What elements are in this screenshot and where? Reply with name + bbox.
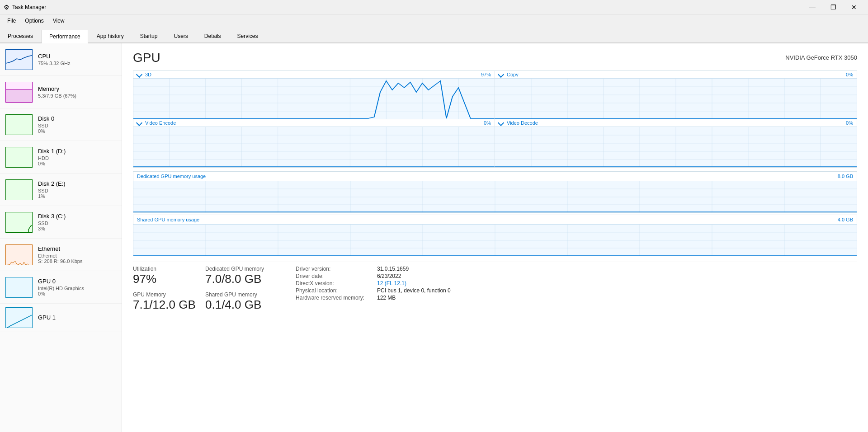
tab-startup[interactable]: Startup [132,29,165,42]
disk3-type: SSD [38,221,116,226]
title-bar: ⚙ Task Manager — ❐ ✕ [0,0,868,14]
physical-label: Physical location: [296,287,377,294]
menu-options[interactable]: Options [21,17,47,25]
cpu-name: CPU [38,53,116,60]
gpu0-thumbnail [5,277,33,298]
disk2-thumbnail [5,179,33,200]
sidebar-item-ethernet[interactable]: Ethernet Ethernet S: 208 R: 96.0 Kbps [0,239,122,271]
chart-3d-header: 3D 97% [133,71,495,78]
chart-3d-container [133,78,495,119]
gpu0-name: GPU 0 [38,278,116,285]
dedicated-memory-section: Dedicated GPU memory usage 8.0 GB [133,171,857,213]
ethernet-info: Ethernet Ethernet S: 208 R: 96.0 Kbps [38,245,116,264]
svg-rect-0 [6,89,33,103]
sidebar-item-disk2[interactable]: Disk 2 (E:) SSD 1% [0,174,122,206]
chart-copy-section: Copy 0% [495,71,857,119]
dedicated-label: Dedicated GPU memory [205,266,296,272]
shared-memory-svg [133,225,857,256]
disk3-info: Disk 3 (C:) SSD 3% [38,213,116,231]
tab-services[interactable]: Services [230,29,266,42]
driver-date-label: Driver date: [296,273,377,279]
gpu1-name: GPU 1 [38,314,116,321]
gpu-model-label: NVIDIA GeForce RTX 3050 [785,51,857,61]
gpu0-model: Intel(R) HD Graphics [38,286,116,291]
sidebar-item-disk3[interactable]: Disk 3 (C:) SSD 3% [0,206,122,239]
sidebar-scroll[interactable]: CPU 75% 3.32 GHz Memory 5.3/7.9 GB (67%) [0,43,122,432]
maximize-button[interactable]: ❐ [823,0,844,14]
disk1-usage: 0% [38,161,116,166]
utilization-value: 97% [133,272,205,286]
chart-copy-label: Copy [499,72,519,77]
disk3-thumbnail [5,212,33,233]
cpu-thumbnail [5,49,33,70]
disk2-info: Disk 2 (E:) SSD 1% [38,180,116,199]
menu-file[interactable]: File [4,17,19,25]
app-icon: ⚙ [4,4,9,11]
disk0-name: Disk 0 [38,115,116,122]
utilization-label: Utilization [133,266,205,272]
memory-name: Memory [38,85,116,92]
disk1-info: Disk 1 (D:) HDD 0% [38,148,116,166]
dedicated-memory-chart [133,181,857,212]
shared-memory-chart [133,224,857,256]
gpu0-usage: 0% [38,291,116,296]
tab-bar: Processes Performance App history Startu… [0,27,868,43]
disk2-name: Disk 2 (E:) [38,180,116,187]
disk0-thumbnail [5,114,33,135]
chevron-video-encode-icon [136,120,142,126]
disk1-type: HDD [38,155,116,161]
minimize-button[interactable]: — [802,0,823,14]
chart-video-decode-label: Video Decode [499,120,538,126]
chevron-3d-icon [136,71,142,78]
gpu-memory-label: GPU Memory [133,291,205,298]
stats-col2: Dedicated GPU memory 7.0/8.0 GB Shared G… [205,266,296,312]
menu-view[interactable]: View [49,17,68,25]
chevron-video-decode-icon [498,120,504,126]
disk2-type: SSD [38,188,116,193]
cpu-info: CPU 75% 3.32 GHz [38,53,116,66]
memory-thumbnail [5,82,33,103]
sidebar-item-disk0[interactable]: Disk 0 SSD 0% [0,108,122,141]
tab-performance[interactable]: Performance [42,30,88,43]
stats-col1: Utilization 97% GPU Memory 7.1/12.0 GB [133,266,205,312]
sidebar-item-gpu1[interactable]: GPU 1 [0,304,122,332]
close-button[interactable]: ✕ [844,0,864,14]
gpu1-info: GPU 1 [38,314,116,322]
sidebar-item-gpu0[interactable]: GPU 0 Intel(R) HD Graphics 0% [0,271,122,304]
disk2-usage: 1% [38,193,116,199]
top-charts-grid: 3D 97% [133,70,857,168]
sidebar-item-memory[interactable]: Memory 5.3/7.9 GB (67%) [0,76,122,108]
directx-label: DirectX version: [296,280,377,286]
sidebar-item-cpu[interactable]: CPU 75% 3.32 GHz [0,43,122,76]
tab-app-history[interactable]: App history [89,29,132,42]
sidebar: CPU 75% 3.32 GHz Memory 5.3/7.9 GB (67%) [0,43,122,432]
hw-reserved-value: 122 MB [377,295,857,301]
physical-value: PCI bus 1, device 0, function 0 [377,287,857,294]
directx-value: 12 (FL 12.1) [377,280,857,286]
shared-memory-section: Shared GPU memory usage 4.0 GB [133,215,857,256]
chart-copy-header: Copy 0% [495,71,857,78]
ethernet-thumbnail [5,244,33,265]
dedicated-memory-svg [133,181,857,213]
tab-users[interactable]: Users [166,29,195,42]
chart-video-decode-container [495,127,857,167]
memory-info: Memory 5.3/7.9 GB (67%) [38,85,116,99]
chevron-copy-icon [498,71,504,78]
main-layout: CPU 75% 3.32 GHz Memory 5.3/7.9 GB (67%) [0,43,868,432]
tab-processes[interactable]: Processes [0,29,41,42]
chart-video-decode-svg [495,127,857,167]
tab-details[interactable]: Details [197,29,229,42]
disk1-thumbnail [5,147,33,168]
shared-value: 0.1/4.0 GB [205,298,296,312]
gpu1-thumbnail [5,307,33,328]
sidebar-item-disk1[interactable]: Disk 1 (D:) HDD 0% [0,141,122,174]
title-bar-controls: — ❐ ✕ [802,0,864,14]
chart-3d-label: 3D [137,72,151,77]
chart-video-encode-label: Video Encode [137,120,176,126]
cpu-usage: 75% 3.32 GHz [38,61,116,66]
shared-memory-header: Shared GPU memory usage 4.0 GB [133,215,857,224]
chart-video-encode-svg [133,127,495,167]
disk1-name: Disk 1 (D:) [38,148,116,155]
driver-version-label: Driver version: [296,266,377,272]
content-header: GPU NVIDIA GeForce RTX 3050 [133,51,857,65]
